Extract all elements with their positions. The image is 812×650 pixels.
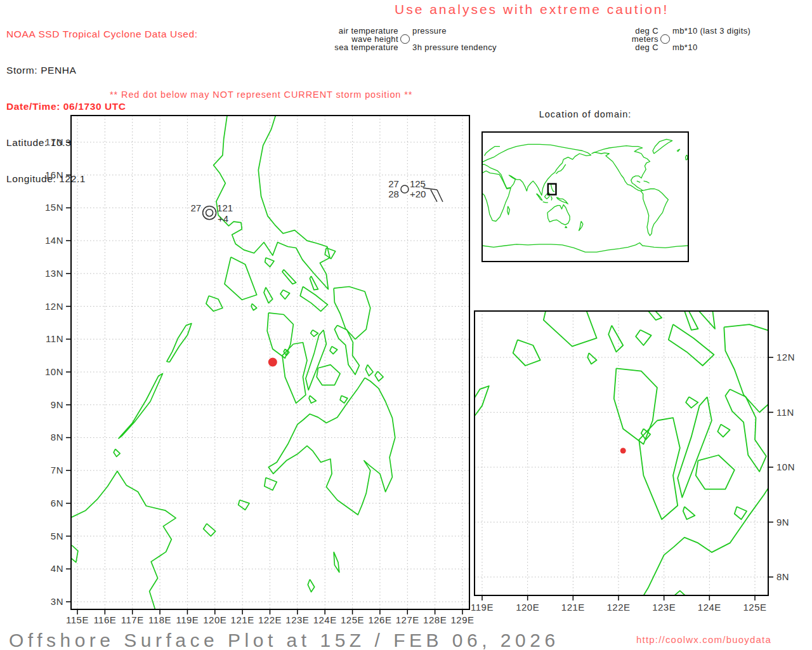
main-map-x-label: 127E: [396, 614, 419, 625]
main-map-y-label: 9N: [51, 399, 63, 410]
main-map-x-label: 116E: [93, 614, 116, 625]
detail-map-x-label: 125E: [743, 602, 766, 613]
station-plot: 2712528+20: [388, 178, 443, 202]
detail-map-y-label: 12N: [776, 352, 795, 362]
main-map-x-label: 124E: [313, 614, 337, 625]
main-map-x-label: 126E: [368, 614, 391, 625]
detail-map-x-label: 120E: [516, 602, 539, 613]
main-map-y-label: 10N: [45, 366, 63, 377]
detail-map-y-label: 10N: [776, 461, 795, 472]
main-map-x-label: 120E: [203, 614, 226, 625]
detail-map-coastlines: [282, 36, 812, 650]
source-url: http://coolwx.com/buoydata: [636, 634, 771, 645]
offshore-surface-plot: NOAA SSD Tropical Cyclone Data Used: Sto…: [0, 0, 812, 650]
station-symbol-icon: [206, 209, 213, 216]
main-map-y-label: 5N: [51, 531, 63, 541]
detail-map-x-label: 121E: [561, 602, 585, 613]
main-map-coastlines: [67, 114, 395, 612]
main-map-y-label: 7N: [51, 465, 63, 475]
station-air-temp: 27: [388, 178, 399, 189]
main-map-y-label: 12N: [45, 301, 63, 312]
main-map-x-label: 129E: [450, 614, 474, 625]
main-map-y-label: 11N: [46, 333, 63, 344]
main-map-y-label: 17N: [45, 136, 63, 147]
main-map-x-label: 128E: [423, 614, 447, 625]
map-graphics: 115E116E117E118E119E120E121E122E123E124E…: [0, 0, 812, 650]
detail-map-y-label: 8N: [776, 571, 789, 582]
world-inset-coastlines: [482, 139, 688, 252]
detail-map-frame: [475, 311, 768, 595]
wind-barb-icon: [423, 188, 443, 202]
station-tendency: +20: [410, 189, 426, 199]
main-map-y-label: 16N: [45, 169, 63, 180]
detail-map-x-label: 123E: [652, 602, 676, 613]
main-map-x-label: 119E: [176, 614, 199, 625]
station-air-temp: 27: [190, 202, 201, 213]
station-symbol-icon: [203, 206, 216, 220]
main-map-x-label: 118E: [148, 614, 171, 625]
main-map-x-label: 121E: [231, 614, 254, 625]
main-map-x-label: 122E: [258, 614, 282, 625]
main-map-y-label: 6N: [51, 498, 63, 508]
station-plot: 27121+4: [190, 202, 233, 224]
main-map-y-label: 15N: [45, 202, 63, 213]
main-map-x-label: 123E: [285, 614, 309, 625]
main-map-x-label: 125E: [341, 614, 364, 625]
main-map-y-label: 4N: [51, 563, 63, 574]
storm-position-dot: [268, 357, 277, 366]
main-map-x-label: 117E: [121, 614, 144, 625]
main-map-y-label: 13N: [45, 268, 63, 279]
main-map-y-label: 14N: [45, 235, 63, 246]
detail-map-x-label: 124E: [698, 602, 721, 613]
detail-map-grid: [475, 311, 768, 595]
main-map-y-label: 8N: [51, 432, 63, 442]
detail-map-y-label: 9N: [776, 517, 789, 527]
station-sea-temp: 28: [388, 189, 399, 199]
detail-map-x-label: 122E: [606, 602, 630, 613]
plot-title: Offshore Surface Plot at 15Z / FEB 06, 2…: [9, 630, 560, 650]
detail-map-x-label: 119E: [471, 602, 494, 613]
storm-position-dot: [620, 448, 626, 454]
detail-map-y-label: 11N: [776, 407, 794, 418]
station-tendency: +4: [218, 213, 228, 224]
station-pressure: 121: [217, 202, 233, 213]
main-map-x-label: 115E: [66, 614, 89, 625]
main-map-y-label: 3N: [51, 596, 63, 607]
